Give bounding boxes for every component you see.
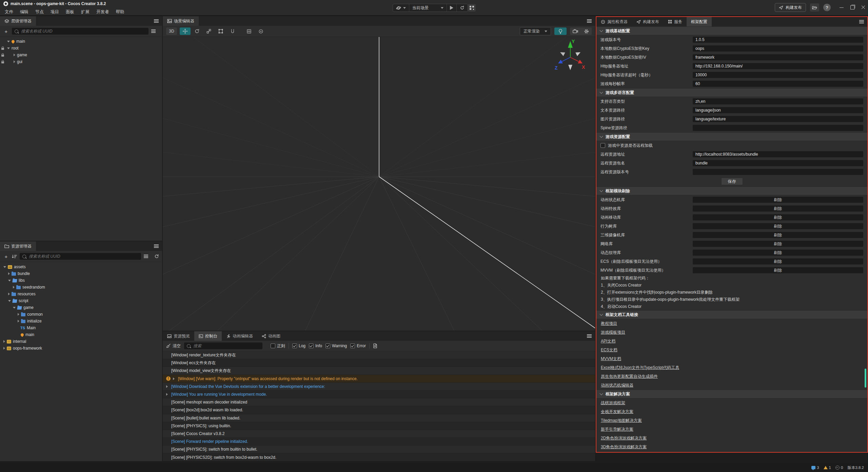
remove-button[interactable]: 剔除 bbox=[693, 241, 863, 247]
chevron-right-icon[interactable] bbox=[14, 60, 15, 63]
asset-node-initialize[interactable]: initialize bbox=[0, 318, 162, 324]
chevron-right-icon[interactable] bbox=[8, 272, 10, 275]
log-row[interactable]: [Scene] [box2d]:box2d wasm lib loaded. bbox=[163, 406, 595, 414]
doc-link[interactable]: ECS文档 bbox=[601, 347, 617, 353]
create-asset-button[interactable] bbox=[3, 253, 9, 259]
view-gizmo[interactable]: Y X Z bbox=[550, 38, 591, 75]
asset-node-assets[interactable]: assets bbox=[0, 263, 162, 270]
field-input[interactable]: language/json bbox=[693, 107, 863, 113]
chevron-down-icon[interactable] bbox=[3, 266, 6, 268]
chevron-right-icon[interactable] bbox=[13, 286, 15, 289]
scene-viewport[interactable]: Y X Z bbox=[163, 37, 595, 331]
error-counter[interactable]: 0 bbox=[835, 466, 843, 470]
remove-button[interactable]: 剔除 bbox=[693, 267, 863, 273]
solution-link[interactable]: 3D角色扮演游戏解决方案 bbox=[601, 444, 647, 450]
menu-extension[interactable]: 扩展 bbox=[78, 8, 93, 16]
chevron-right-icon[interactable] bbox=[3, 340, 5, 343]
tab-framework-config[interactable]: 框架配置 bbox=[687, 17, 712, 26]
chevron-right-icon[interactable] bbox=[14, 54, 15, 56]
dimension-toggle-button[interactable]: 3D bbox=[166, 27, 177, 35]
section-resource-config[interactable]: 游戏资源配置 bbox=[596, 132, 867, 141]
build-publish-button[interactable]: 构建发布 bbox=[775, 3, 806, 12]
remove-button[interactable]: 剔除 bbox=[693, 197, 863, 203]
asset-node-internal[interactable]: internal bbox=[0, 338, 162, 345]
filter-icon[interactable] bbox=[144, 255, 148, 258]
log-row-info[interactable]: [Window] Download the Vue Devtools exten… bbox=[163, 383, 595, 391]
section-module-trim[interactable]: 框架模块剔除 bbox=[596, 186, 867, 195]
hierarchy-search-input[interactable] bbox=[20, 28, 146, 34]
rotate-tool-button[interactable] bbox=[192, 27, 202, 35]
asset-node-game[interactable]: game bbox=[0, 304, 162, 311]
platform-select[interactable] bbox=[393, 4, 409, 12]
asset-node-oops-framework[interactable]: oops-framework bbox=[0, 345, 162, 352]
preview-qr-button[interactable] bbox=[468, 4, 476, 12]
refresh-icon[interactable] bbox=[154, 254, 159, 259]
chevron-right-icon[interactable] bbox=[166, 393, 168, 396]
field-input[interactable]: oops bbox=[693, 45, 863, 52]
tab-scene-editor[interactable]: 场景编辑器 bbox=[163, 16, 199, 26]
version-indicator[interactable]: 版本3.8.2 bbox=[847, 465, 864, 470]
move-tool-button[interactable] bbox=[180, 27, 191, 35]
section-game-base-config[interactable]: 游戏基础配置 bbox=[596, 26, 867, 35]
filter-info-checkbox[interactable]: Info bbox=[309, 343, 322, 348]
asset-node-bundle[interactable]: bundle bbox=[0, 270, 162, 277]
close-icon[interactable] bbox=[861, 5, 865, 9]
assets-search-box[interactable] bbox=[20, 253, 141, 260]
solution-link[interactable]: 新手引导解决方案 bbox=[601, 427, 633, 432]
doc-link[interactable]: 游戏模板项目 bbox=[601, 330, 625, 335]
doc-link[interactable]: Excel格式转Json文件与TypeScript代码工具 bbox=[601, 365, 679, 371]
chevron-right-icon[interactable] bbox=[18, 320, 19, 322]
clear-button[interactable]: 清空 bbox=[166, 343, 181, 349]
log-row[interactable]: [Scene] [PHYSICS]: using builtin. bbox=[163, 422, 595, 430]
remove-button[interactable]: 剔除 bbox=[693, 223, 863, 229]
assets-search-input[interactable] bbox=[28, 254, 138, 259]
lock-icon[interactable] bbox=[0, 47, 5, 50]
sort-icon[interactable] bbox=[12, 254, 17, 259]
solution-link[interactable]: 2D角色扮演游戏解决方案 bbox=[601, 435, 647, 441]
remove-button[interactable]: 剔除 bbox=[693, 205, 863, 212]
assets-menu-icon[interactable] bbox=[154, 244, 159, 248]
checkbox-icon[interactable] bbox=[600, 143, 605, 148]
lock-icon[interactable] bbox=[0, 60, 5, 63]
log-row[interactable]: [Scene] [PHYSICS]: switch from builtin t… bbox=[163, 446, 595, 453]
console-search-input[interactable] bbox=[193, 343, 260, 349]
log-row[interactable]: [Window] ecs文件夹存在 bbox=[163, 359, 595, 367]
remove-button[interactable]: 剔除 bbox=[693, 258, 863, 264]
checkbox-checked-icon[interactable] bbox=[326, 343, 330, 348]
asset-node-libs[interactable]: libs bbox=[0, 277, 162, 284]
field-input[interactable]: zh,en bbox=[693, 98, 863, 104]
filter-icon[interactable] bbox=[151, 29, 156, 33]
chevron-right-icon[interactable] bbox=[3, 347, 5, 350]
field-input[interactable] bbox=[693, 169, 863, 175]
scrollbar-thumb[interactable] bbox=[865, 369, 866, 388]
tab-inspector[interactable]: 属性检查器 bbox=[596, 17, 632, 26]
restore-icon[interactable] bbox=[850, 5, 854, 9]
open-log-file-icon[interactable] bbox=[373, 343, 377, 348]
section-doc-links[interactable]: 框架文档工具链接 bbox=[596, 310, 867, 319]
remove-button[interactable]: 剔除 bbox=[693, 214, 863, 220]
checkbox-checked-icon[interactable] bbox=[292, 343, 297, 348]
log-row[interactable]: [Window] model_view文件夹存在 bbox=[163, 367, 595, 375]
render-mode-select[interactable]: 正常渲染 bbox=[520, 27, 551, 35]
log-row[interactable]: [Window] render_texture文件夹存在 bbox=[163, 351, 595, 359]
gizmo-coordinate-button[interactable] bbox=[255, 27, 266, 35]
scene-camera-button[interactable] bbox=[570, 27, 581, 35]
asset-node-ts-main[interactable]: TS Main bbox=[0, 324, 162, 331]
field-input[interactable]: http://192.168.0.150/main/ bbox=[693, 63, 863, 69]
menu-developer[interactable]: 开发者 bbox=[93, 8, 113, 16]
remote-load-checkbox[interactable]: 游戏中资源是否远程加载 bbox=[596, 141, 867, 150]
asset-node-resources[interactable]: resources bbox=[0, 291, 162, 297]
log-row-info[interactable]: [Window] You are running Vue in developm… bbox=[163, 391, 595, 398]
console-search-box[interactable] bbox=[184, 342, 262, 349]
chevron-down-icon[interactable] bbox=[7, 47, 10, 49]
message-counter[interactable]: 3 bbox=[811, 466, 819, 470]
asset-node-main-scene[interactable]: main bbox=[0, 331, 162, 338]
tab-build[interactable]: 构建发布 bbox=[632, 17, 664, 26]
doc-link[interactable]: MVVM文档 bbox=[601, 356, 621, 362]
chevron-right-icon[interactable] bbox=[173, 377, 175, 380]
asset-node-seedrandom[interactable]: seedrandom bbox=[0, 284, 162, 291]
field-input[interactable] bbox=[693, 125, 863, 131]
chevron-down-icon[interactable] bbox=[7, 41, 10, 42]
field-input[interactable]: framework bbox=[693, 54, 863, 60]
tree-node-gui[interactable]: gui bbox=[0, 58, 162, 65]
